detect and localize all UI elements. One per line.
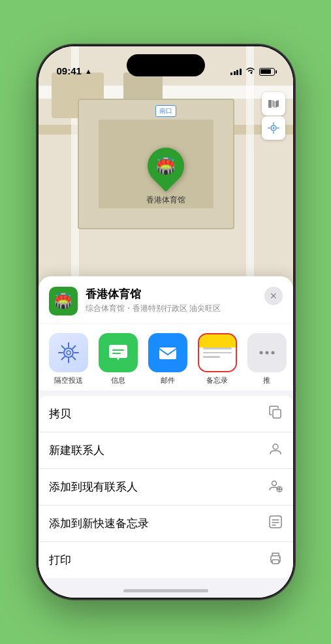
map-type-button[interactable] [262,92,285,116]
location-arrow-icon: ▲ [85,67,92,75]
close-icon: ✕ [270,291,277,301]
svg-rect-15 [159,347,176,359]
copy-icon [268,405,283,423]
venue-icon: 🏟️ [49,287,78,315]
messages-label: 信息 [111,376,125,385]
svg-point-18 [271,351,274,355]
mail-label: 邮件 [161,376,175,385]
action-copy[interactable]: 拷贝 [39,396,293,432]
action-print[interactable]: 打印 [39,542,293,578]
print-icon [268,551,283,569]
venue-icon-symbol: 🏟️ [54,293,72,310]
action-list: 拷贝 新建联系人 添 [39,396,293,578]
quick-note-icon [268,515,283,532]
battery-icon [259,68,275,76]
notes-icon-wrap [198,333,237,372]
new-contact-label: 新建联系人 [49,443,104,458]
airdrop-label: 隔空投送 [54,376,83,385]
map-label-text: 南口 [159,107,172,114]
airdrop-icon-wrap [49,333,88,372]
bottom-sheet: 🏟️ 香港体育馆 综合体育馆・香港特别行政区 油尖旺区 ✕ [39,276,293,598]
svg-rect-19 [273,410,281,418]
svg-line-12 [72,346,75,349]
home-indicator [123,589,208,592]
svg-line-10 [72,357,75,359]
new-contact-icon [268,442,283,459]
venue-info: 香港体育馆 综合体育馆・香港特别行政区 油尖旺区 [86,287,257,314]
svg-line-9 [61,346,64,349]
action-add-existing-contact[interactable]: 添加到现有联系人 [39,469,293,506]
mail-icon-wrap [148,333,187,372]
add-existing-label: 添加到现有联系人 [49,479,138,494]
map-pin-circle: 🏟️ [140,140,191,191]
sheet-header: 🏟️ 香港体育馆 综合体育馆・香港特别行政区 油尖旺区 ✕ [39,276,293,323]
svg-rect-0 [268,100,272,108]
svg-point-4 [67,351,71,355]
svg-rect-30 [272,560,279,564]
venue-pin-icon: 🏟️ [156,157,176,175]
share-row: 隔空投送 信息 [39,324,293,391]
venue-name: 香港体育馆 [86,287,257,302]
svg-point-16 [259,351,262,355]
svg-point-21 [272,481,276,486]
action-new-contact[interactable]: 新建联系人 [39,432,293,469]
map-north-entrance-label: 南口 [155,105,176,117]
notes-label: 备忘录 [206,376,228,385]
action-quick-note[interactable]: 添加到新快速备忘录 [39,506,293,542]
more-icon-wrap [247,333,287,372]
phone-frame: 09:41 ▲ [39,46,293,598]
svg-point-2 [272,127,274,129]
quick-note-label: 添加到新快速备忘录 [49,516,149,531]
wifi-icon [245,67,255,76]
add-existing-icon [268,478,283,496]
status-time: 09:41 ▲ [57,65,92,76]
copy-label: 拷贝 [49,406,71,421]
map-pin: 🏟️ 香港体育馆 [146,148,185,206]
time-display: 09:41 [57,65,82,76]
venue-description: 综合体育馆・香港特别行政区 油尖旺区 [86,303,257,314]
map-controls[interactable] [262,92,285,140]
share-item-airdrop[interactable]: 隔空投送 [49,333,88,385]
print-label: 打印 [49,553,71,568]
signal-bars-icon [230,69,242,75]
svg-point-20 [273,444,278,449]
svg-point-17 [265,351,268,355]
share-item-mail[interactable]: 邮件 [148,333,187,385]
svg-point-31 [279,557,280,558]
svg-point-3 [64,348,73,357]
location-button[interactable] [262,116,285,140]
map-pin-label: 香港体育馆 [146,195,185,206]
close-button[interactable]: ✕ [264,287,283,305]
more-label: 推 [263,376,270,385]
status-icons [230,67,275,76]
share-item-messages[interactable]: 信息 [99,333,138,385]
svg-rect-25 [270,516,281,528]
svg-line-11 [61,357,64,359]
share-item-notes[interactable]: 备忘录 [198,333,237,385]
dynamic-island [127,54,205,76]
share-item-more[interactable]: 推 [247,333,287,385]
messages-icon-wrap [99,333,138,372]
